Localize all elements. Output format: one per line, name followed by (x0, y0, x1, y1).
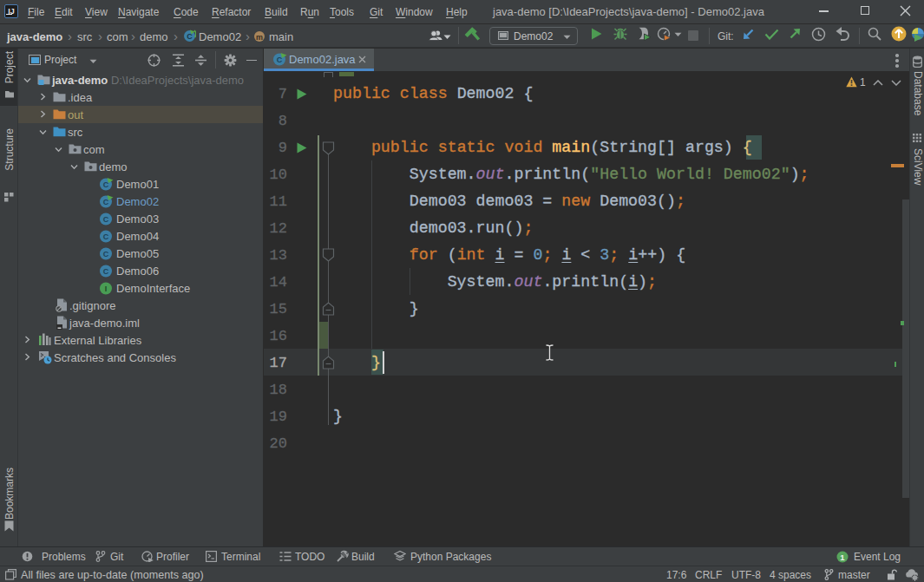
svg-text:C: C (103, 267, 109, 276)
svg-text:1: 1 (840, 553, 845, 562)
svg-text:m: m (256, 33, 263, 42)
svg-text:C: C (103, 215, 109, 224)
svg-text:C: C (103, 232, 109, 241)
svg-text:C: C (103, 250, 109, 258)
svg-text:I: I (105, 284, 108, 293)
